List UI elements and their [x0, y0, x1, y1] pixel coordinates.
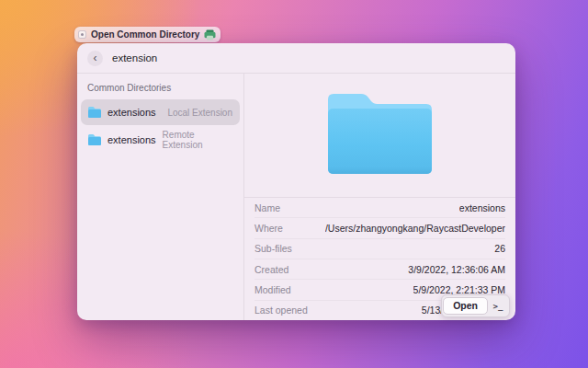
terminal-button[interactable]: >_ [488, 297, 508, 315]
page-title: extension [112, 52, 157, 63]
meta-row-name: Name extensions [254, 198, 505, 218]
meta-label: Sub-files [254, 243, 292, 254]
directory-name: extensions [107, 107, 156, 118]
printer-icon [204, 29, 216, 40]
window-header: ‹ extension [77, 43, 515, 74]
directory-type: Local Extension [167, 108, 232, 118]
sidebar-item-local-extension[interactable]: extensions Local Extension [81, 99, 240, 125]
meta-value: extensions [459, 202, 505, 213]
meta-label: Last opened [254, 305, 308, 316]
meta-row-subfiles: Sub-files 26 [254, 239, 505, 259]
folder-icon [328, 94, 432, 178]
meta-row-where: Where /Users/zhangyongkang/RaycastDevelo… [254, 218, 505, 238]
window-body: Common Directories extensions Local Exte… [77, 74, 515, 320]
raycast-window: ‹ extension Common Directories extension… [77, 43, 515, 320]
chevron-left-icon: ‹ [94, 52, 97, 65]
detail-panel: Name extensions Where /Users/zhangyongka… [244, 74, 515, 320]
terminal-prompt-icon: >_ [493, 302, 503, 311]
launcher-tag[interactable]: Open Common Directory [74, 27, 220, 42]
open-button[interactable]: Open [443, 297, 488, 315]
meta-value: /Users/zhangyongkang/RaycastDeveloper [325, 223, 505, 234]
action-bar: Open >_ [441, 294, 510, 317]
sidebar: Common Directories extensions Local Exte… [77, 74, 244, 320]
directory-type: Remote Extension [163, 130, 232, 150]
meta-label: Modified [254, 284, 291, 295]
sidebar-section-title: Common Directories [87, 83, 240, 93]
launcher-tag-label: Open Common Directory [91, 29, 199, 40]
meta-value: 26 [494, 243, 505, 254]
sidebar-item-remote-extension[interactable]: extensions Remote Extension [81, 127, 240, 153]
folder-icon [88, 107, 101, 118]
back-button[interactable]: ‹ [87, 51, 103, 66]
meta-value: 3/9/2022, 12:36:06 AM [408, 264, 505, 275]
desktop-background: Open Common Directory ‹ extension Common… [0, 0, 588, 368]
directory-name: extensions [107, 134, 156, 145]
meta-label: Created [254, 264, 288, 275]
folder-icon [88, 134, 101, 145]
meta-label: Where [254, 223, 283, 234]
meta-row-created: Created 3/9/2022, 12:36:06 AM [254, 259, 505, 280]
folder-preview [244, 74, 515, 198]
meta-label: Name [254, 202, 280, 213]
app-icon [78, 30, 86, 39]
